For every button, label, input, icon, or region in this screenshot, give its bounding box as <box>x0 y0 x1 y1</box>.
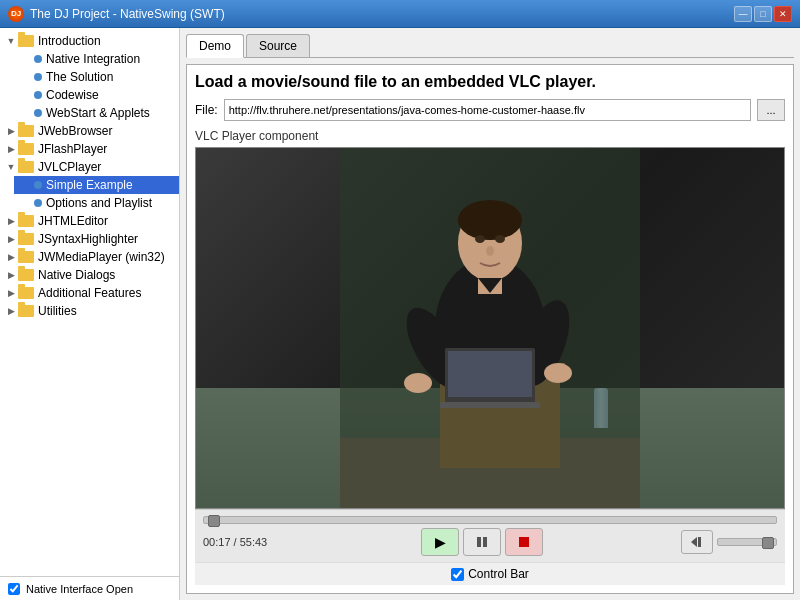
window-title: The DJ Project - NativeSwing (SWT) <box>30 7 225 21</box>
tree-row-introduction[interactable]: ▼ Introduction <box>0 32 179 50</box>
label-options-playlist: Options and Playlist <box>46 196 152 210</box>
label-jsyntaxhighlighter: JSyntaxHighlighter <box>38 232 138 246</box>
label-jwmediaplayer: JWMediaPlayer (win32) <box>38 250 165 264</box>
expand-spacer2 <box>18 70 32 84</box>
folder-icon-jwebbrowser <box>18 125 34 137</box>
play-button[interactable]: ▶ <box>421 528 459 556</box>
playback-buttons: ▶ <box>421 528 543 556</box>
stop-icon <box>518 536 530 548</box>
sidebar: ▼ Introduction Native Integration The So… <box>0 28 180 600</box>
tab-source[interactable]: Source <box>246 34 310 57</box>
pause-icon <box>475 535 489 549</box>
children-introduction: Native Integration The Solution Codewise <box>0 50 179 122</box>
svg-rect-21 <box>519 537 529 547</box>
children-jvlcplayer: Simple Example Options and Playlist <box>0 176 179 212</box>
video-display <box>196 148 784 508</box>
expand-icon-jflashplayer: ▶ <box>4 142 18 156</box>
folder-icon-jflashplayer <box>18 143 34 155</box>
expand-spacer5 <box>18 178 32 192</box>
stop-button[interactable] <box>505 528 543 556</box>
tree-row-utilities[interactable]: ▶ Utilities <box>0 302 179 320</box>
tree-item-jsyntaxhighlighter: ▶ JSyntaxHighlighter <box>0 230 179 248</box>
tree-row-jhtmleditor[interactable]: ▶ JHTMLEditor <box>0 212 179 230</box>
extra-control-button[interactable] <box>681 530 713 554</box>
tree-item-introduction: ▼ Introduction Native Integration The So… <box>0 32 179 122</box>
expand-icon-jwebbrowser: ▶ <box>4 124 18 138</box>
tree-item-native-dialogs: ▶ Native Dialogs <box>0 266 179 284</box>
tree-row-jvlcplayer[interactable]: ▼ JVLCPlayer <box>0 158 179 176</box>
title-bar-left: DJ The DJ Project - NativeSwing (SWT) <box>8 6 225 22</box>
label-additional-features: Additional Features <box>38 286 141 300</box>
control-bar-checkbox[interactable] <box>451 568 464 581</box>
svg-point-13 <box>475 235 485 243</box>
label-simple-example: Simple Example <box>46 178 133 192</box>
tree-row-jwebbrowser[interactable]: ▶ JWebBrowser <box>0 122 179 140</box>
folder-icon-introduction <box>18 35 34 47</box>
pause-button[interactable] <box>463 528 501 556</box>
main-layout: ▼ Introduction Native Integration The So… <box>0 28 800 600</box>
label-jhtmleditor: JHTMLEditor <box>38 214 108 228</box>
tree-item-jwmediaplayer: ▶ JWMediaPlayer (win32) <box>0 248 179 266</box>
close-button[interactable]: ✕ <box>774 6 792 22</box>
status-bar: Native Interface Open <box>0 576 179 600</box>
folder-icon-jwmediaplayer <box>18 251 34 263</box>
window-controls: — □ ✕ <box>734 6 792 22</box>
tree-view: ▼ Introduction Native Integration The So… <box>0 28 179 576</box>
tree-row-native-integration[interactable]: Native Integration <box>14 50 179 68</box>
expand-spacer4 <box>18 106 32 120</box>
svg-point-15 <box>486 246 494 256</box>
step-back-icon <box>689 536 705 548</box>
file-input[interactable] <box>224 99 751 121</box>
maximize-button[interactable]: □ <box>754 6 772 22</box>
label-webstart: WebStart & Applets <box>46 106 150 120</box>
browse-button[interactable]: ... <box>757 99 785 121</box>
tree-row-simple-example[interactable]: Simple Example <box>14 176 179 194</box>
controls-row: 00:17 / 55:43 ▶ <box>203 528 777 556</box>
tree-row-jsyntaxhighlighter[interactable]: ▶ JSyntaxHighlighter <box>0 230 179 248</box>
svg-rect-20 <box>483 537 487 547</box>
svg-point-11 <box>404 373 432 393</box>
tree-row-the-solution[interactable]: The Solution <box>14 68 179 86</box>
tab-bar: Demo Source <box>186 34 794 58</box>
expand-icon-introduction: ▼ <box>4 34 18 48</box>
presenter-figure <box>340 148 640 508</box>
controls-bar: 00:17 / 55:43 ▶ <box>195 509 785 562</box>
vlc-label: VLC Player component <box>195 129 785 143</box>
native-interface-checkbox[interactable] <box>8 583 20 595</box>
volume-controls <box>681 530 777 554</box>
expand-icon-native-dialogs: ▶ <box>4 268 18 282</box>
tree-row-jflashplayer[interactable]: ▶ JFlashPlayer <box>0 140 179 158</box>
label-codewise: Codewise <box>46 88 99 102</box>
expand-spacer <box>18 52 32 66</box>
label-jvlcplayer: JVLCPlayer <box>38 160 101 174</box>
tab-demo[interactable]: Demo <box>186 34 244 58</box>
control-bar-label: Control Bar <box>468 567 529 581</box>
tree-row-native-dialogs[interactable]: ▶ Native Dialogs <box>0 266 179 284</box>
folder-icon-additional-features <box>18 287 34 299</box>
tree-row-webstart[interactable]: WebStart & Applets <box>14 104 179 122</box>
label-native-integration: Native Integration <box>46 52 140 66</box>
progress-track[interactable] <box>203 516 777 524</box>
tree-row-additional-features[interactable]: ▶ Additional Features <box>0 284 179 302</box>
tree-row-jwmediaplayer[interactable]: ▶ JWMediaPlayer (win32) <box>0 248 179 266</box>
label-jflashplayer: JFlashPlayer <box>38 142 107 156</box>
tree-row-codewise[interactable]: Codewise <box>14 86 179 104</box>
tree-item-jhtmleditor: ▶ JHTMLEditor <box>0 212 179 230</box>
file-label: File: <box>195 103 218 117</box>
expand-icon-utilities: ▶ <box>4 304 18 318</box>
label-the-solution: The Solution <box>46 70 113 84</box>
volume-slider[interactable] <box>717 538 777 546</box>
leaf-icon-simple-example <box>34 181 42 189</box>
svg-rect-23 <box>698 537 701 547</box>
volume-thumb[interactable] <box>762 537 774 549</box>
tree-item-additional-features: ▶ Additional Features <box>0 284 179 302</box>
progress-thumb[interactable] <box>208 515 220 527</box>
file-row: File: ... <box>195 99 785 121</box>
minimize-button[interactable]: — <box>734 6 752 22</box>
tree-item-jwebbrowser: ▶ JWebBrowser <box>0 122 179 140</box>
svg-point-6 <box>458 200 522 240</box>
tree-row-options-playlist[interactable]: Options and Playlist <box>14 194 179 212</box>
label-jwebbrowser: JWebBrowser <box>38 124 112 138</box>
leaf-icon-codewise <box>34 91 42 99</box>
expand-icon-jhtmleditor: ▶ <box>4 214 18 228</box>
